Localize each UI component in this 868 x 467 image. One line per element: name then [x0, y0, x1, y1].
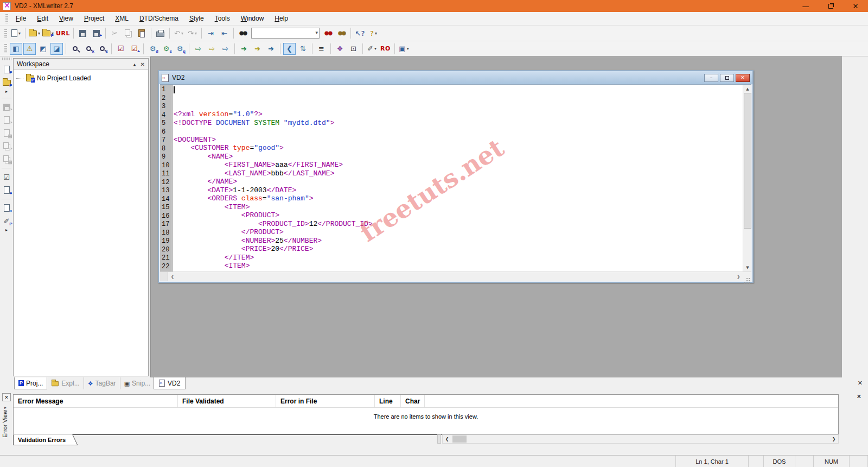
scroll-down-icon[interactable]: ▼ [743, 263, 751, 272]
vertical-scrollbar-thumb[interactable] [744, 93, 751, 229]
menu-dtdschema[interactable]: DTD/Schema [134, 13, 184, 24]
column-header-char[interactable]: Char [401, 395, 425, 407]
previous-tag-button[interactable]: ❮ [283, 43, 296, 55]
shift-right-button[interactable]: ⇥ [205, 27, 217, 39]
menu-window[interactable]: Window [235, 13, 270, 24]
dropdown-arrow-icon[interactable]: ▾ [195, 31, 197, 36]
menu-style[interactable]: Style [184, 13, 209, 24]
code-line[interactable]: </NAME> [174, 178, 743, 186]
import-table-button[interactable]: ➜ [251, 43, 264, 55]
code-line[interactable]: <NAME> [174, 153, 743, 161]
code-editor[interactable]: <?xml version="1.0"?><!DOCTYPE DOCUMENT … [173, 85, 743, 272]
scroll-right-icon[interactable]: ❯ [829, 435, 838, 443]
print-button[interactable] [154, 27, 167, 39]
doc-restore-button[interactable] [720, 74, 734, 82]
project-edit-button[interactable]: ✐P [1, 214, 13, 228]
close-button[interactable]: ✕ [843, 0, 868, 12]
copy-button[interactable] [122, 27, 135, 39]
find-in-files-button[interactable]: ●● [335, 27, 348, 39]
toolbar-gripper[interactable] [2, 58, 11, 60]
shift-left-button[interactable]: ⇤ [218, 27, 231, 39]
scroll-left-icon[interactable]: ❮ [168, 272, 177, 281]
dropdown-arrow-icon[interactable]: ▾ [374, 46, 376, 51]
dropdown-arrow-icon[interactable]: ▾ [38, 31, 40, 36]
code-line[interactable]: </PRODUCT> [174, 228, 743, 237]
column-header-line[interactable]: Line [375, 395, 401, 407]
copy-project-files-button[interactable]: ▤ [1, 153, 13, 166]
dropdown-arrow-icon[interactable]: ▾ [375, 31, 377, 36]
assign-dtd-button[interactable]: ⚙d [146, 43, 159, 55]
help-button[interactable]: ?▾ [367, 27, 380, 39]
panel-tab-snip[interactable]: ▣Snip... [120, 377, 155, 389]
close-error-view-icon[interactable]: ✕ [2, 393, 11, 401]
code-line[interactable]: <!DOCTYPE DOCUMENT SYSTEM "mydtd.dtd"> [174, 119, 743, 128]
code-line[interactable] [174, 127, 743, 136]
window-layout-button[interactable]: ▣▾ [398, 43, 410, 55]
scroll-up-icon[interactable]: ▲ [743, 85, 751, 93]
more-arrow-2-icon[interactable]: ▸ [5, 228, 8, 234]
tab-validation-errors[interactable]: Validation Errors [13, 434, 73, 445]
toggle-workspace-button[interactable]: ◧ [10, 43, 22, 55]
import-text-button[interactable]: ➜ [238, 43, 250, 55]
browser-preview-button[interactable] [69, 43, 81, 55]
document-window-titlebar[interactable]: VD2 – ✕ [159, 71, 752, 84]
code-line[interactable]: </ITEM> [174, 254, 743, 262]
panel-tab-proj[interactable]: PProj... [14, 377, 47, 389]
document-tab-vd2[interactable]: VD2 [154, 377, 186, 389]
open-special-button[interactable]: P▾ [42, 27, 54, 39]
toggle-error-view-button[interactable]: ⚠ [23, 43, 36, 55]
menu-help[interactable]: Help [269, 13, 293, 24]
new-document-button[interactable]: ▾ [10, 27, 22, 39]
open-file-button[interactable]: ▾ [28, 27, 41, 39]
save-project-button[interactable]: P [1, 100, 13, 113]
toolbar-gripper[interactable] [5, 14, 8, 23]
resize-grip-icon[interactable] [743, 272, 751, 281]
code-line[interactable]: <DATE>1-1-2003</DATE> [174, 186, 743, 195]
expand-arrow-icon[interactable]: ▸ [4, 405, 7, 410]
splitter-handle[interactable] [437, 434, 441, 444]
convert-schema-button[interactable]: ⇨ [206, 43, 218, 55]
scroll-left-icon[interactable]: ❮ [443, 435, 451, 443]
doc-close-button[interactable]: ✕ [736, 74, 750, 82]
menu-xml[interactable]: XML [110, 13, 134, 24]
dropdown-arrow-icon[interactable]: ▾ [407, 46, 409, 51]
open-project-button[interactable]: P [1, 76, 13, 89]
toggle-tagbar-button[interactable]: ◩ [37, 43, 49, 55]
menu-project[interactable]: Project [79, 13, 110, 24]
next-tag-button[interactable]: ⇅ [297, 43, 309, 55]
collapse-panel-icon[interactable]: ▴ [133, 61, 136, 67]
restore-button[interactable] [818, 0, 843, 12]
options-button[interactable]: ❖ [334, 43, 346, 55]
assign-schema-button[interactable]: ⚙s [160, 43, 173, 55]
scroll-right-icon[interactable]: ❯ [734, 272, 743, 281]
code-line[interactable]: <?xml version="1.0"?> [174, 110, 743, 119]
search-combobox[interactable]: ▾ [251, 28, 320, 39]
copy-project-button[interactable]: P [1, 140, 13, 153]
code-line[interactable]: <NUMBER>25</NUMBER> [174, 237, 743, 245]
error-horizontal-scrollbar[interactable]: ❮ ❯ [442, 434, 839, 444]
minimize-button[interactable]: — [793, 0, 818, 12]
menu-file[interactable]: File [10, 13, 31, 24]
horizontal-scrollbar[interactable]: ❮ ❯ [160, 272, 751, 281]
save-button[interactable] [76, 27, 89, 39]
combo-dropdown-icon[interactable]: ▾ [315, 30, 318, 35]
convert-options-button[interactable]: ⇨ [219, 43, 232, 55]
panel-tab-expl[interactable]: Expl... [47, 377, 84, 389]
code-line[interactable]: <ITEM> [174, 203, 743, 212]
format-document-button[interactable]: ≡ [315, 43, 328, 55]
scrollbar-thumb[interactable] [452, 436, 467, 443]
read-only-button[interactable]: RO [379, 43, 392, 55]
code-line[interactable]: <LAST_NAME>bbb</LAST_NAME> [174, 169, 743, 178]
redo-button[interactable]: ↷▾ [186, 27, 199, 39]
validate-document-button[interactable]: ☑ [114, 43, 127, 55]
save-all-button[interactable]: + [90, 27, 103, 39]
column-header-filevalidated[interactable]: File Validated [178, 395, 276, 407]
convert-dtd-button[interactable]: ⇨ [192, 43, 205, 55]
close-panel-icon[interactable]: ✕ [141, 61, 145, 67]
add-file-to-project-button[interactable]: P [1, 113, 13, 127]
find-next-button[interactable]: ●● [322, 27, 334, 39]
doc-minimize-button[interactable]: – [704, 74, 718, 82]
toolbar-gripper[interactable] [4, 29, 7, 38]
cut-button[interactable]: ✂ [108, 27, 121, 39]
undo-button[interactable]: ↶▾ [173, 27, 185, 39]
